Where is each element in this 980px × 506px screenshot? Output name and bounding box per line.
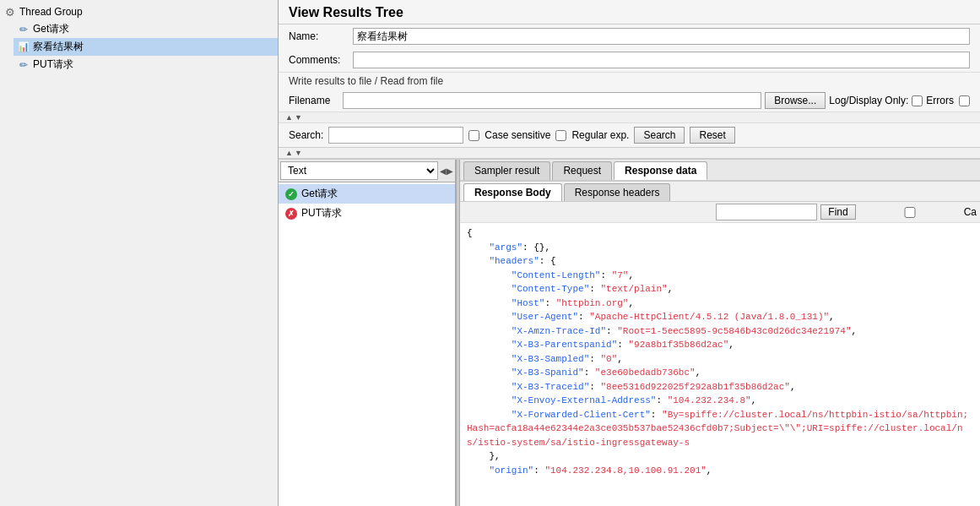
- errors-checkbox[interactable]: [912, 95, 923, 106]
- log-display-label: Log/Display Only:: [829, 95, 908, 106]
- result-item-get[interactable]: ✓ Get请求: [279, 184, 455, 204]
- subtab-response-headers[interactable]: Response headers: [564, 183, 671, 201]
- view-type-select[interactable]: Text RegExp Tester XPath Tester JSON Pat…: [280, 161, 438, 180]
- left-nav-panel: ⚙ Thread Group ✏ Get请求 📊 察看结果树 ✏ PUT请求: [0, 0, 279, 506]
- splitter-icon: ◀▶: [440, 166, 453, 176]
- tree-item-get-request[interactable]: ✏ Get请求: [14, 20, 278, 38]
- view-results-icon: 📊: [17, 41, 30, 54]
- find-row: Find Ca: [460, 202, 980, 223]
- scroll-controls-2: ▲ ▼: [279, 148, 980, 159]
- tree-item-view-results[interactable]: 📊 察看结果树: [14, 38, 278, 56]
- sub-tabs-row: Response Body Response headers: [460, 182, 980, 202]
- put-request-label: PUT请求: [33, 57, 73, 72]
- search-label: Search:: [289, 129, 323, 141]
- put-result-label: PUT请求: [301, 206, 342, 220]
- get-request-label: Get请求: [33, 22, 69, 36]
- subtab-response-body[interactable]: Response Body: [463, 183, 562, 201]
- extra-checkbox[interactable]: [959, 95, 970, 106]
- up-arrow-icon[interactable]: ▲: [285, 113, 293, 122]
- result-list: ✓ Get请求 ✗ PUT请求: [279, 182, 455, 506]
- filename-input[interactable]: [343, 92, 761, 109]
- down-arrow-icon[interactable]: ▼: [295, 113, 302, 122]
- thread-group-label: Thread Group: [19, 6, 83, 18]
- filename-section: Filename Browse... Log/Display Only: Err…: [279, 90, 980, 112]
- get-request-icon: ✏: [17, 23, 30, 36]
- text-dropdown-row: Text RegExp Tester XPath Tester JSON Pat…: [279, 160, 455, 182]
- name-row: Name:: [279, 24, 980, 48]
- reset-button[interactable]: Reset: [690, 127, 734, 144]
- right-panel: View Results Tree Name: Comments: Write …: [279, 0, 980, 506]
- tab-request[interactable]: Request: [552, 161, 612, 180]
- view-results-label: 察看结果树: [33, 40, 84, 54]
- status-err-icon: ✗: [285, 208, 297, 220]
- panel-title: View Results Tree: [279, 0, 980, 24]
- find-button[interactable]: Find: [820, 204, 855, 220]
- search-button[interactable]: Search: [634, 127, 685, 144]
- filename-label: Filename: [289, 95, 339, 106]
- errors-label: Errors: [926, 95, 954, 106]
- find-case-checkbox[interactable]: [859, 207, 961, 218]
- regular-exp-checkbox[interactable]: [555, 130, 566, 141]
- find-case-label: Ca: [964, 206, 977, 218]
- status-ok-icon: ✓: [285, 188, 297, 200]
- thread-group-icon: ⚙: [3, 5, 17, 19]
- main-tabs-row: Sampler result Request Response data: [460, 160, 980, 182]
- comments-input[interactable]: [353, 52, 970, 68]
- up-arrow2-icon[interactable]: ▲: [285, 149, 293, 157]
- response-body: { "args": {}, "headers": { "Content-Leng…: [460, 223, 980, 506]
- search-row: Search: Case sensitive Regular exp. Sear…: [279, 123, 980, 148]
- name-label: Name:: [289, 30, 348, 42]
- tab-sampler-result[interactable]: Sampler result: [463, 161, 550, 180]
- right-result-panel: Sampler result Request Response data Res…: [460, 160, 980, 506]
- write-results-label: Write results to file / Read from file: [279, 72, 980, 90]
- case-sensitive-checkbox[interactable]: [468, 130, 479, 141]
- case-sensitive-label: Case sensitive: [485, 129, 550, 141]
- regular-exp-label: Regular exp.: [571, 129, 629, 141]
- comments-row: Comments:: [279, 48, 980, 72]
- tab-response-data[interactable]: Response data: [614, 161, 707, 180]
- tree-item-put-request[interactable]: ✏ PUT请求: [14, 56, 278, 73]
- tree-item-thread-group[interactable]: ⚙ Thread Group: [0, 3, 278, 20]
- put-request-icon: ✏: [17, 58, 30, 72]
- splitter-area: Text RegExp Tester XPath Tester JSON Pat…: [279, 159, 980, 506]
- comments-label: Comments:: [289, 54, 348, 66]
- left-result-panel: Text RegExp Tester XPath Tester JSON Pat…: [279, 160, 456, 506]
- search-input[interactable]: [328, 127, 463, 144]
- name-input[interactable]: [353, 28, 970, 45]
- get-result-label: Get请求: [301, 187, 338, 201]
- scroll-controls: ▲ ▼: [279, 112, 980, 123]
- down-arrow2-icon[interactable]: ▼: [295, 149, 302, 157]
- result-item-put[interactable]: ✗ PUT请求: [279, 204, 455, 223]
- find-input[interactable]: [716, 204, 817, 220]
- browse-button[interactable]: Browse...: [765, 92, 826, 109]
- log-options: Log/Display Only: Errors: [829, 95, 970, 106]
